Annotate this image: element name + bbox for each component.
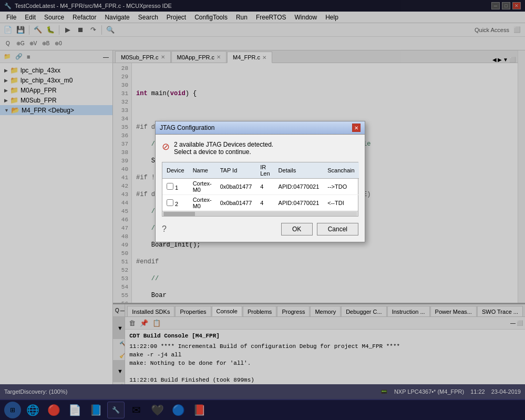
row2-tapid: 0x0ba01477 [216, 195, 256, 211]
row2-check-input[interactable] [167, 199, 173, 206]
row1-checkbox[interactable]: 1 [162, 179, 189, 195]
help-icon[interactable]: ? [162, 224, 167, 234]
row1-tapid: 0x0ba01477 [216, 179, 256, 195]
cancel-button[interactable]: Cancel [317, 223, 358, 235]
scroll-thumb[interactable] [163, 212, 195, 216]
jtag-row-2: 2 Cortex-M0 0x0ba01477 4 APID:04770021 <… [162, 195, 359, 211]
row1-scanchain: -->TDO [323, 179, 358, 195]
col-header-irlen: IR Len [256, 162, 274, 179]
dialog-titlebar: JTAG Configuration ✕ [156, 121, 365, 135]
dialog-table-wrap: Device Name TAP Id IR Len Details Scanch… [162, 162, 358, 217]
col-header-device: Device [162, 162, 189, 179]
dialog-info-text: 2 available JTAG Devices detected. Selec… [174, 141, 273, 156]
row2-irlen: 4 [256, 195, 274, 211]
jtag-row-1: 1 Cortex-M0 0x0ba01477 4 APID:04770021 -… [162, 179, 359, 195]
row2-checkbox[interactable]: 2 [162, 195, 189, 211]
ok-button[interactable]: OK [281, 223, 313, 235]
dialog-horizontal-scrollbar[interactable] [162, 211, 358, 216]
row1-irlen: 4 [256, 179, 274, 195]
dialog-buttons: OK Cancel [281, 223, 358, 235]
dialog-info-line1: 2 available JTAG Devices detected. [174, 141, 273, 148]
dialog-footer: ? OK Cancel [162, 223, 358, 235]
dialog-body: ⊘ 2 available JTAG Devices detected. Sel… [156, 135, 365, 242]
row1-check-input[interactable] [167, 183, 173, 190]
dialog-overlay: JTAG Configuration ✕ ⊘ 2 available JTAG … [0, 0, 525, 420]
dialog-info: ⊘ 2 available JTAG Devices detected. Sel… [162, 141, 358, 156]
jtag-table: Device Name TAP Id IR Len Details Scanch… [162, 162, 359, 211]
col-header-scanchain: Scanchain [323, 162, 358, 179]
row1-name: Cortex-M0 [189, 179, 216, 195]
col-header-name: Name [189, 162, 216, 179]
col-header-details: Details [274, 162, 324, 179]
col-header-tapid: TAP Id [216, 162, 256, 179]
row1-details: APID:04770021 [274, 179, 324, 195]
row2-name: Cortex-M0 [189, 195, 216, 211]
jtag-dialog: JTAG Configuration ✕ ⊘ 2 available JTAG … [155, 121, 365, 242]
dialog-info-line2: Select a device to continue. [174, 148, 273, 156]
error-icon: ⊘ [162, 141, 170, 152]
dialog-close-button[interactable]: ✕ [352, 124, 361, 132]
dialog-title: JTAG Configuration [160, 124, 215, 131]
row2-scanchain: <--TDI [323, 195, 358, 211]
scroll-track [163, 212, 357, 216]
row2-details: APID:04770021 [274, 195, 324, 211]
